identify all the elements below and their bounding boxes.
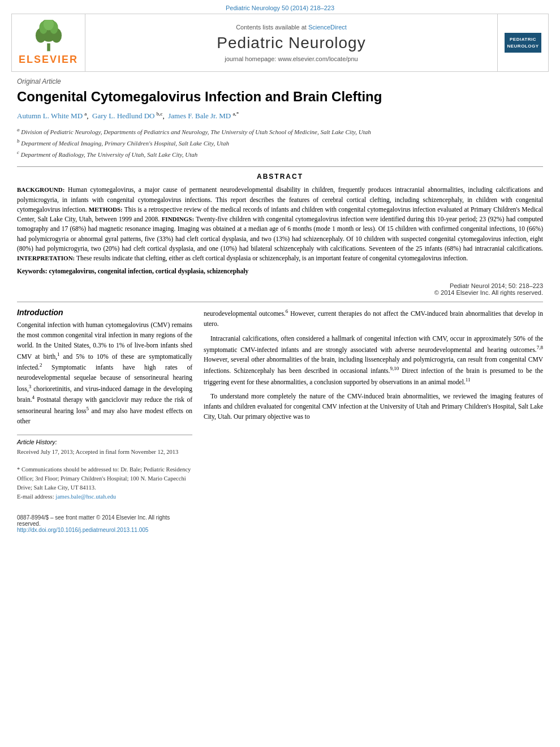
affiliation-c: c Department of Radiology, The Universit…: [17, 148, 543, 160]
two-column-body: Introduction Congenital infection with h…: [17, 308, 543, 533]
keywords-line: Keywords: cytomegalovirus, congenital in…: [17, 268, 543, 274]
affiliation-a: a Division of Pediatric Neurology, Depar…: [17, 126, 543, 137]
intro-para-4: To understand more completely the nature…: [204, 392, 543, 422]
methods-label: METHODS:: [89, 206, 123, 213]
email-line: E-mail address: james.bale@hsc.utah.edu: [17, 492, 192, 501]
journal-title: Pediatric Neurology: [217, 34, 365, 52]
keywords-text: cytomegalovirus, congenital infection, c…: [49, 268, 249, 274]
abstract-title: ABSTRACT: [17, 173, 543, 181]
elsevier-brand: ELSEVIER: [19, 54, 78, 66]
citation-box: Pediatr Neurol 2014; 50: 218–223 © 2014 …: [17, 282, 543, 296]
introduction-title: Introduction: [17, 308, 192, 317]
findings-label: FINDINGS:: [162, 216, 194, 222]
journal-header-box: ELSEVIER Contents lists available at Sci…: [11, 14, 549, 72]
affiliations: a Division of Pediatric Neurology, Depar…: [17, 126, 543, 160]
doi-line: http://dx.doi.org/10.1016/j.pediatrneuro…: [17, 527, 192, 533]
abstract-body: BACKGROUND: Human cytomegalovirus, a maj…: [17, 185, 543, 263]
elsevier-logo-area: ELSEVIER: [12, 14, 85, 71]
journal-title-area: Contents lists available at ScienceDirec…: [85, 14, 497, 71]
author-3: James F. Bale Jr. MD: [168, 112, 231, 121]
correspondence-text: * Communications should be addressed to:…: [17, 465, 192, 492]
abstract-section: ABSTRACT BACKGROUND: Human cytomegalovir…: [17, 173, 543, 274]
citation-line2: © 2014 Elsevier Inc. All rights reserved…: [17, 289, 543, 296]
keywords-label: Keywords:: [17, 268, 48, 274]
left-column: Introduction Congenital infection with h…: [17, 308, 192, 533]
introduction-text-left: Congenital infection with human cytomega…: [17, 320, 192, 426]
article-type: Original Article: [17, 78, 543, 85]
article-title: Congenital Cytomegalovirus Infection and…: [17, 88, 543, 105]
authors-line: Autumn L. White MD a, Gary L. Hedlund DO…: [17, 111, 543, 121]
author-1: Autumn L. White MD: [17, 112, 83, 121]
footnote-section: Article History: Received July 17, 2013;…: [17, 435, 192, 534]
sciencedirect-text: Contents lists available at ScienceDirec…: [236, 24, 347, 31]
author-2: Gary L. Hedlund DO: [92, 112, 154, 121]
intro-para-2: neurodevelopmental outcomes.6 However, c…: [204, 308, 543, 329]
citation-line1: Pediatr Neurol 2014; 50: 218–223: [17, 282, 543, 289]
affiliation-b: b Department of Medical Imaging, Primary…: [17, 137, 543, 148]
background-label: BACKGROUND:: [17, 186, 64, 193]
right-column: neurodevelopmental outcomes.6 However, c…: [204, 308, 543, 533]
received-text: Received July 17, 2013; Accepted in fina…: [17, 448, 192, 457]
email-label: E-mail address:: [17, 493, 54, 500]
journal-badge: PEDIATRIC NEUROLOGY: [505, 33, 541, 52]
email-link[interactable]: james.bale@hsc.utah.edu: [55, 493, 116, 500]
svg-rect-0: [47, 44, 50, 51]
divider-2: [17, 302, 543, 302]
interpretation-label: INTERPRETATION:: [17, 255, 75, 261]
article-content: Original Article Congenital Cytomegalovi…: [0, 72, 560, 544]
divider-1: [17, 166, 543, 167]
issn-line: 0887-8994/$ – see front matter © 2014 El…: [17, 514, 192, 527]
journal-homepage: journal homepage: www.elsevier.com/locat…: [225, 55, 357, 62]
journal-ref: Pediatric Neurology 50 (2014) 218–223: [0, 0, 560, 14]
interpretation-text: These results indicate that clefting, ei…: [76, 255, 468, 261]
intro-para-1: Congenital infection with human cytomega…: [17, 320, 192, 426]
introduction-text-right: neurodevelopmental outcomes.6 However, c…: [204, 308, 543, 422]
intro-para-3: Intracranial calcifications, often consi…: [204, 334, 543, 388]
article-history-label: Article History:: [17, 439, 192, 445]
sciencedirect-link[interactable]: ScienceDirect: [308, 24, 347, 31]
journal-badge-area: PEDIATRIC NEUROLOGY: [497, 14, 548, 71]
elsevier-tree-icon: [26, 20, 71, 54]
